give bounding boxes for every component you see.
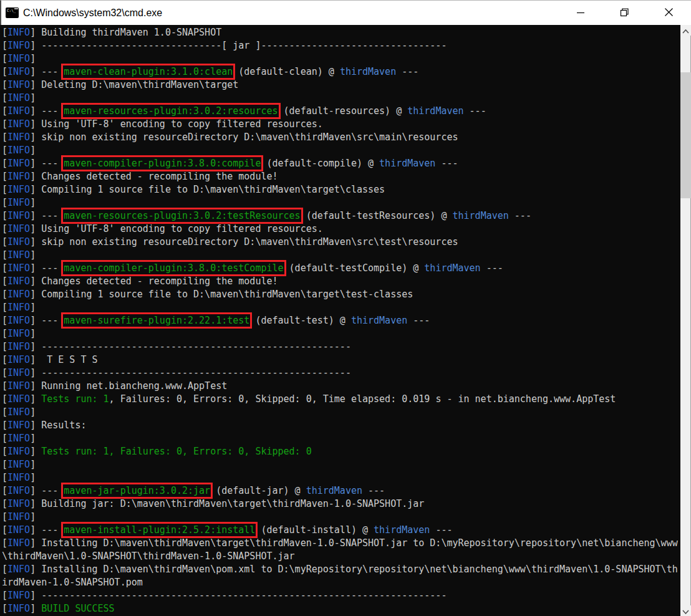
console-line: [INFO] [2,406,680,419]
plugin-annotation-box: maven-compiler-plugin:3.8.0:testCompile [64,262,283,274]
console-line: [INFO] ---------------------------------… [2,340,680,354]
console-line: [INFO] --- maven-jar-plugin:3.0.2:jar (d… [2,484,680,498]
console-line: [INFO] skip non existing resourceDirecto… [2,131,680,144]
scroll-down-button[interactable] [680,605,691,616]
console-output[interactable]: [INFO] Building thirdMaven 1.0-SNAPSHOT[… [0,25,680,616]
console-line: [INFO] --- maven-resources-plugin:3.0.2:… [2,209,680,223]
console-line: [INFO] Using 'UTF-8' encoding to copy fi… [2,223,680,236]
close-icon [664,7,674,19]
console-line: [INFO] [2,327,680,340]
console-line: [INFO] [2,511,680,524]
scroll-thumb[interactable] [680,72,691,198]
plugin-annotation-box: maven-resources-plugin:3.0.2:resources [64,105,278,117]
console-line: [INFO] [2,249,680,262]
console-line: [INFO] Compiling 1 source file to D:\mav… [2,183,680,196]
scrollbar[interactable] [680,25,691,616]
console-line: irdMaven-1.0-SNAPSHOT.pom [2,576,680,589]
console-line: [INFO] [2,144,680,157]
console-line: [INFO] [2,432,680,445]
console-line: [INFO] --- maven-surefire-plugin:2.22.1:… [2,314,680,327]
chevron-up-icon [682,24,689,36]
plugin-annotation-box: maven-jar-plugin:3.0.2:jar [64,485,210,496]
cmd-window: C:\_ C:\Windows\system32\cmd.exe [0,0,691,616]
console-line: [INFO] skip non existing resourceDirecto… [2,236,680,249]
console-line: [INFO] Tests run: 1, Failures: 0, Errors… [2,445,680,458]
cmd-icon-prompt: C:\_ [7,9,16,12]
console-line: [INFO] --- maven-clean-plugin:3.1.0:clea… [2,65,680,79]
plugin-annotation-box: maven-install-plugin:2.5.2:install [64,524,255,536]
console-line: [INFO] Compiling 1 source file to D:\mav… [2,288,680,301]
console-line: [INFO] [2,92,680,105]
minimize-icon [576,8,585,19]
console-line: [INFO] Changes detected - recompiling th… [2,275,680,288]
titlebar[interactable]: C:\_ C:\Windows\system32\cmd.exe [0,0,691,25]
console-line: [INFO] [2,458,680,471]
restore-icon [620,7,629,19]
window-title: C:\Windows\system32\cmd.exe [23,7,162,19]
console-line: [INFO] Building jar: D:\maven\thirdMaven… [2,498,680,511]
plugin-annotation-box: maven-clean-plugin:3.1.0:clean [64,66,233,77]
console-line: [INFO] Results: [2,419,680,432]
scroll-up-button[interactable] [680,25,691,36]
console-line: [INFO] ---------------------------------… [2,589,680,602]
console-line: [INFO] Running net.biancheng.www.AppTest [2,380,680,393]
console-line: [INFO] BUILD SUCCESS [2,602,680,615]
cmd-icon: C:\_ [6,7,19,18]
console-line: [INFO] [2,471,680,484]
minimize-button[interactable] [558,1,602,26]
console-line: [INFO] --------------------------------[… [2,39,680,52]
maximize-restore-button[interactable] [602,1,647,26]
console-line: [INFO] [2,196,680,209]
chevron-down-icon [682,605,689,616]
plugin-annotation-box: maven-surefire-plugin:2.22.1:test [64,315,249,326]
console-line: \thirdMaven\1.0-SNAPSHOT\thirdMaven-1.0-… [2,550,680,563]
console-line: [INFO] Building thirdMaven 1.0-SNAPSHOT [2,26,680,39]
console-line: [INFO] Using 'UTF-8' encoding to copy fi… [2,118,680,131]
console-line: [INFO] ---------------------------------… [2,367,680,380]
console-line: [INFO] --- maven-compiler-plugin:3.8.0:t… [2,262,680,275]
close-button[interactable] [647,1,691,26]
console-line: [INFO] T E S T S [2,354,680,367]
console-line: [INFO] Changes detected - recompiling th… [2,170,680,183]
console-line: [INFO] --- maven-compiler-plugin:3.8.0:c… [2,157,680,170]
plugin-annotation-box: maven-resources-plugin:3.0.2:testResourc… [64,210,300,221]
console-line: [INFO] Tests run: 1, Failures: 0, Errors… [2,393,680,406]
console-line: [INFO] Installing D:\maven\thirdMaven\po… [2,563,680,576]
console-line: [INFO] [2,301,680,314]
console-line: [INFO] --- maven-resources-plugin:3.0.2:… [2,105,680,118]
console-line: [INFO] [2,52,680,65]
console-line: [INFO] --- maven-install-plugin:2.5.2:in… [2,524,680,537]
caption-buttons [558,1,691,26]
console-line: [INFO] Installing D:\maven\thirdMaven\ta… [2,537,680,550]
plugin-annotation-box: maven-compiler-plugin:3.8.0:compile [64,158,261,169]
console-line: [INFO] Deleting D:\maven\thirdMaven\targ… [2,79,680,92]
